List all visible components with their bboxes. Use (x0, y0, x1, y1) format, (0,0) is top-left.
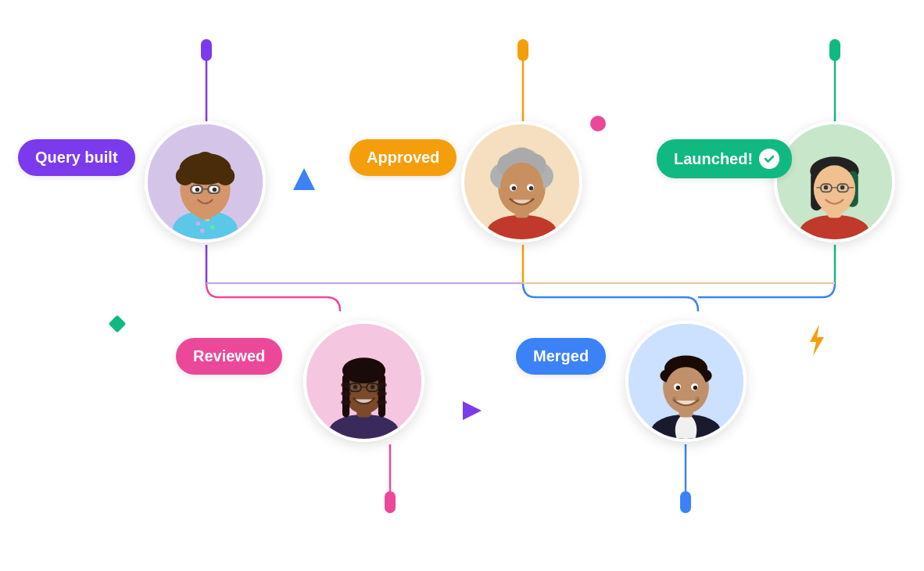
svg-point-71 (840, 185, 845, 190)
svg-point-26 (210, 225, 215, 230)
svg-point-103 (672, 397, 677, 401)
badge-merged: Merged (516, 338, 606, 375)
svg-rect-84 (356, 404, 371, 418)
bolt-yellow-deco (804, 325, 829, 359)
workflow-lines (0, 0, 924, 571)
svg-point-104 (695, 397, 700, 401)
svg-point-80 (341, 399, 351, 404)
triangle-blue-deco (293, 168, 315, 193)
avatar-query-built (145, 121, 266, 242)
svg-point-23 (196, 221, 201, 226)
avatar-reviewed (303, 321, 424, 442)
node-query-built (145, 121, 266, 242)
badge-merged-label: Merged (533, 347, 589, 365)
node-merged (625, 321, 747, 442)
avatar-approved (461, 121, 582, 242)
dot-pink-deco (590, 116, 606, 135)
svg-marker-20 (810, 325, 824, 356)
badge-approved: Approved (349, 139, 457, 176)
svg-rect-18 (109, 315, 127, 333)
badge-reviewed: Reviewed (176, 338, 282, 375)
node-launched (774, 121, 895, 242)
svg-point-102 (693, 386, 698, 390)
svg-point-89 (371, 385, 375, 390)
badge-query-built-label: Query built (35, 149, 118, 167)
badge-launched-label: Launched! (674, 150, 753, 168)
svg-point-88 (353, 385, 358, 390)
svg-rect-11 (385, 491, 396, 513)
svg-rect-12 (680, 491, 691, 513)
svg-rect-8 (201, 39, 212, 61)
diamond-green-deco (108, 314, 127, 336)
svg-point-64 (814, 165, 855, 213)
avatar-launched (774, 121, 895, 242)
svg-point-17 (590, 116, 606, 131)
svg-point-56 (529, 186, 534, 191)
badge-launched: Launched! (657, 139, 792, 178)
avatar-merged (625, 321, 747, 442)
svg-point-83 (377, 399, 387, 404)
check-icon (759, 149, 779, 169)
workflow-canvas: Query built (0, 0, 924, 571)
svg-point-25 (200, 228, 205, 233)
svg-point-101 (676, 386, 681, 390)
badge-query-built: Query built (18, 139, 135, 176)
svg-marker-19 (463, 401, 482, 420)
svg-marker-16 (293, 168, 315, 190)
svg-point-82 (377, 390, 387, 396)
svg-rect-9 (518, 39, 528, 61)
badge-reviewed-label: Reviewed (193, 347, 265, 365)
badge-approved-label: Approved (367, 149, 439, 167)
svg-point-79 (341, 390, 351, 396)
svg-point-70 (824, 185, 829, 190)
node-reviewed (303, 321, 424, 442)
svg-point-55 (512, 186, 517, 191)
svg-point-38 (213, 188, 217, 192)
svg-point-37 (195, 188, 200, 192)
triangle-purple-deco (463, 401, 482, 423)
svg-rect-10 (829, 39, 840, 61)
node-approved (461, 121, 582, 242)
svg-point-34 (195, 152, 216, 172)
